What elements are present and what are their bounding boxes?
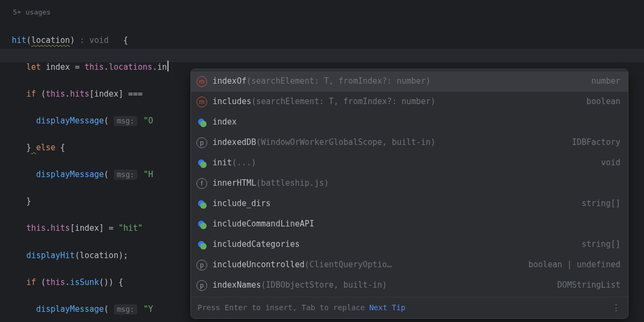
completion-item[interactable]: mindexOf(searchElement: T, fromIndex?: n… <box>191 71 628 92</box>
completion-item[interactable]: pindexNames (IDBObjectStore, built-in)DO… <box>191 275 628 296</box>
completion-list[interactable]: mindexOf(searchElement: T, fromIndex?: n… <box>191 69 628 297</box>
completion-type: void <box>594 156 620 170</box>
completion-item[interactable]: index <box>191 112 628 133</box>
completion-label: includes(searchElement: T, fromIndex?: n… <box>213 95 574 108</box>
completion-label: innerHTML (battleship.js) <box>213 177 608 190</box>
completion-type: DOMStringList <box>550 279 620 292</box>
completion-label: includedCategories <box>213 238 569 251</box>
code-line: hit(location) : void { <box>12 34 644 47</box>
completion-label: init(...) <box>213 156 588 170</box>
completion-item[interactable]: includeCommandLineAPI <box>191 214 628 235</box>
completion-popup[interactable]: mindexOf(searchElement: T, fromIndex?: n… <box>191 69 628 319</box>
field-icon: f <box>196 178 207 189</box>
param-hint: msg: <box>114 116 138 126</box>
variable-icon <box>196 219 207 230</box>
method-icon: m <box>196 76 207 87</box>
return-type-hint: : void <box>75 35 108 45</box>
this-kw: this <box>84 62 104 72</box>
variable-icon <box>196 158 207 169</box>
completion-type: string[] <box>574 238 620 251</box>
variable-icon <box>196 117 207 128</box>
footer-hint: Press Enter to insert, Tab to replace <box>197 302 365 314</box>
usages-hint: 5+ usages <box>12 6 644 18</box>
completion-item[interactable]: includedCategoriesstring[] <box>191 235 628 255</box>
completion-item[interactable]: include_dirsstring[] <box>191 194 628 214</box>
completion-type: string[] <box>574 197 620 210</box>
completion-type: IDBFactory <box>565 136 620 149</box>
variable-icon <box>196 199 207 209</box>
method-icon: m <box>196 97 207 107</box>
completion-label: include_dirs <box>213 197 569 210</box>
fn-param: location <box>31 35 70 45</box>
completion-label: includeUncontrolled (ClientQueryOptio… <box>213 258 515 272</box>
completion-type: boolean <box>579 95 620 108</box>
completion-item[interactable]: pindexedDB (WindowOrWorkerGlobalScope, b… <box>191 133 628 153</box>
completion-item[interactable]: finnerHTML (battleship.js) <box>191 173 628 194</box>
completion-label: includeCommandLineAPI <box>213 217 608 231</box>
param-hint: msg: <box>114 170 138 180</box>
property-icon: p <box>196 280 207 291</box>
completion-type: number <box>584 75 620 88</box>
completion-item[interactable]: pincludeUncontrolled (ClientQueryOptio…b… <box>191 255 628 275</box>
property-icon: p <box>196 137 207 148</box>
property-icon: p <box>196 260 207 270</box>
text-caret <box>167 61 169 71</box>
completion-item[interactable]: init(...)void <box>191 153 628 173</box>
more-icon[interactable]: ⋮ <box>612 305 621 311</box>
let-kw: let <box>26 62 41 72</box>
completion-type: boolean | undefined <box>521 258 620 272</box>
completion-label: indexOf(searchElement: T, fromIndex?: nu… <box>213 75 579 88</box>
param-hint: msg: <box>114 304 138 314</box>
completion-label: indexedDB (WindowOrWorkerGlobalScope, bu… <box>213 136 559 149</box>
completion-label: indexNames (IDBObjectStore, built-in) <box>213 279 545 292</box>
fn-name: hit <box>12 35 26 45</box>
next-tip-link[interactable]: Next Tip <box>369 302 405 314</box>
completion-label: index <box>213 115 608 129</box>
completion-item[interactable]: mincludes(searchElement: T, fromIndex?: … <box>191 92 628 112</box>
variable-icon <box>196 239 207 250</box>
completion-footer: Press Enter to insert, Tab to replace Ne… <box>191 297 628 318</box>
